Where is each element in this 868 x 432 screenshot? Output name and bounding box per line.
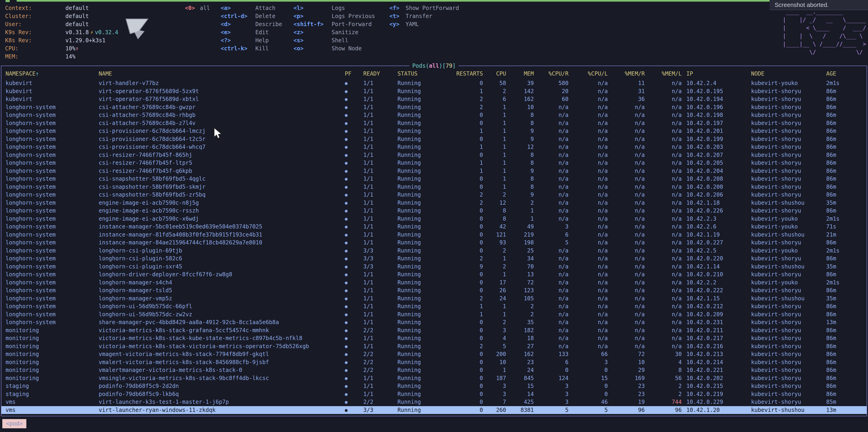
cell-restarts: 2 (450, 199, 483, 207)
cell-mem: 14 (506, 390, 534, 398)
cell-ip: 10.42.0.202 (682, 374, 751, 382)
cell-ready: 1/1 (363, 239, 398, 247)
menu-item-label: YAML (406, 21, 419, 28)
table-row[interactable]: longhorn-systemcsi-attacher-57689cc84b-g… (1, 103, 867, 111)
cell-status: Running (398, 342, 450, 351)
table-row[interactable]: longhorn-systemcsi-resizer-7466f7b45f-lt… (1, 159, 867, 167)
column-header-mem-l[interactable]: %MEM/L (645, 70, 682, 78)
table-row[interactable]: stagingpodinfo-79db68f5c9-lkb6q●1/1Runni… (1, 390, 867, 398)
table-row[interactable]: longhorn-systemlonghorn-ui-56d9b575dc-66… (1, 302, 867, 310)
table-row[interactable]: stagingpodinfo-79db68f5c9-2d2dn●1/1Runni… (1, 382, 867, 390)
table-row[interactable]: longhorn-systemcsi-snapshotter-58bf69fbd… (1, 191, 867, 199)
table-row[interactable]: longhorn-systemlonghorn-csi-plugin-69tjb… (1, 247, 867, 255)
cell-cpu-r: 3 (534, 398, 568, 406)
table-row[interactable]: longhorn-systemcsi-provisioner-6c78dcb66… (1, 143, 867, 151)
table-row[interactable]: longhorn-systemcsi-resizer-7466f7b45f-q6… (1, 167, 867, 175)
table-row[interactable]: longhorn-systemcsi-provisioner-6c78dcb66… (1, 135, 867, 143)
column-header-cpu-l[interactable]: %CPU/L (568, 70, 608, 78)
table-row[interactable]: monitoringvmalert-victoria-metrics-k8s-s… (1, 358, 867, 366)
table-row[interactable]: longhorn-systemlonghorn-manager-tsld5●1/… (1, 287, 867, 295)
table-row[interactable]: monitoringvmagent-victoria-metrics-k8s-s… (1, 350, 867, 358)
column-header-mem-r[interactable]: %MEM/R (608, 70, 645, 78)
table-row[interactable]: longhorn-systemlonghorn-csi-plugin-582c6… (1, 255, 867, 263)
info-row: K9s Rev:v0.31.8⚡v0.32.4 (5, 28, 118, 36)
cell-node: kubevirt-shoryu (751, 398, 826, 406)
cell-namespace: monitoring (5, 350, 99, 358)
cell-mem: 15 (506, 382, 534, 390)
table-row[interactable]: longhorn-systeminstance-manager-84ae2159… (1, 239, 867, 247)
cell-node: kubevirt-shoryu (751, 382, 826, 390)
cell-age: 86m (826, 302, 867, 310)
cell-mem-l: n/a (645, 191, 682, 199)
menu-hotkey: <a> (221, 4, 255, 12)
table-row[interactable]: vmsvirt-launcher-ryan-windows-11-zkdqk●3… (1, 406, 867, 414)
cell-status: Running (398, 223, 450, 231)
cell-ip: 10.42.1.18 (682, 199, 751, 207)
column-header-restarts[interactable]: RESTARTS (450, 70, 483, 78)
table-row[interactable]: longhorn-systemlonghorn-manager-vmp5z●1/… (1, 295, 867, 303)
cell-name: vmalertmanager-victoria-metrics-k8s-stac… (99, 366, 345, 374)
column-header-name[interactable]: NAME (99, 70, 345, 78)
column-header-pf-indicator[interactable]: PF (345, 70, 363, 78)
top-edge-marker (5, 0, 10, 2)
table-row[interactable]: longhorn-systemcsi-attacher-57689cc84b-z… (1, 119, 867, 127)
table-row[interactable]: kubevirtvirt-handler-v77bz●1/1Running058… (1, 79, 867, 87)
toast-message: Screenshot aborted. (775, 1, 829, 8)
cell-name: victoria-metrics-k8s-stack-grafana-5ccf5… (99, 326, 345, 334)
table-row[interactable]: longhorn-systemlonghorn-csi-plugin-sxr45… (1, 263, 867, 271)
table-row[interactable]: monitoringvmsingle-victoria-metrics-k8s-… (1, 374, 867, 382)
table-row[interactable]: kubevirtvirt-operator-6776f5689d-5zx9t●1… (1, 87, 867, 95)
top-accent-line (17, 0, 770, 2)
table-row[interactable]: monitoringvmalertmanager-victoria-metric… (1, 366, 867, 374)
cell-mem-l: n/a (645, 287, 682, 295)
table-row[interactable]: longhorn-systemcsi-snapshotter-58bf69fbd… (1, 183, 867, 191)
column-header-status[interactable]: STATUS (398, 70, 450, 78)
column-header-ip[interactable]: IP (682, 70, 751, 78)
table-row[interactable]: longhorn-systemlonghorn-ui-56d9b575dc-zw… (1, 310, 867, 319)
table-row[interactable]: longhorn-systemcsi-resizer-7466f7b45f-86… (1, 151, 867, 159)
table-row[interactable]: kubevirtvirt-operator-6776f5689d-xbtxl●1… (1, 95, 867, 103)
table-row[interactable]: longhorn-systemlonghorn-manager-s4ch4●1/… (1, 278, 867, 287)
column-header-age[interactable]: AGE (826, 70, 867, 78)
column-header-cpu[interactable]: CPU (483, 70, 506, 78)
cell-node: kubevirt-shoryu (751, 239, 826, 247)
table-row[interactable]: monitoringvictoria-metrics-k8s-stack-gra… (1, 326, 867, 334)
column-header-ready[interactable]: READY (363, 70, 398, 78)
cell-ip: 10.42.0.211 (682, 326, 751, 334)
cell-status: Running (398, 167, 450, 175)
cell-cpu-l: n/a (568, 302, 608, 310)
column-header-mem[interactable]: MEM (506, 70, 534, 78)
cell-ready: 1/1 (363, 79, 398, 87)
table-row[interactable]: longhorn-systemlonghorn-driver-deployer-… (1, 270, 867, 278)
column-header-cpu-r[interactable]: %CPU/R (534, 70, 568, 78)
menu-item-label: Show PortForward (406, 5, 459, 11)
cell-mem-r: n/a (608, 247, 645, 255)
table-row[interactable]: vmsvirt-launcher-k3s-test-1-master-1-j6p… (1, 398, 867, 406)
table-row[interactable]: longhorn-systeminstance-manager-5bc01eeb… (1, 223, 867, 231)
cell-pf-indicator: ● (345, 191, 363, 199)
table-row[interactable]: longhorn-systemcsi-provisioner-6c78dcb66… (1, 127, 867, 135)
column-header-node[interactable]: NODE (751, 70, 826, 78)
table-row[interactable]: longhorn-systemengine-image-ei-acb7590c-… (1, 207, 867, 215)
mouse-cursor (214, 128, 222, 139)
table-row[interactable]: monitoringvictoria-metrics-k8s-stack-vic… (1, 342, 867, 351)
cell-age: 86m (826, 207, 867, 215)
cell-mem-r: n/a (608, 318, 645, 326)
cell-name: share-manager-pvc-4bbd8429-aa8a-4912-92c… (99, 318, 345, 326)
cell-pf-indicator: ● (345, 366, 363, 374)
table-row[interactable]: monitoringvictoria-metrics-k8s-stack-kub… (1, 334, 867, 342)
table-row[interactable]: longhorn-systemengine-image-ei-acb7590c-… (1, 199, 867, 207)
cell-status: Running (398, 119, 450, 127)
cell-ready: 1/1 (363, 175, 398, 183)
cell-ready: 3/3 (363, 255, 398, 263)
cell-restarts: 2 (450, 295, 483, 303)
table-row[interactable]: longhorn-systemshare-manager-pvc-4bbd842… (1, 318, 867, 326)
table-row[interactable]: longhorn-systemcsi-attacher-57689cc84b-r… (1, 111, 867, 119)
column-header-namespace[interactable]: NAMESPACE↑ (5, 70, 99, 78)
cell-mem-l: n/a (645, 215, 682, 223)
table-row[interactable]: longhorn-systeminstance-manager-81fd5a40… (1, 231, 867, 239)
table-row[interactable]: longhorn-systemcsi-snapshotter-58bf69fbd… (1, 175, 867, 183)
cell-name: longhorn-manager-vmp5z (99, 295, 345, 303)
table-row[interactable]: longhorn-systemengine-image-ei-acb7590c-… (1, 215, 867, 223)
cell-restarts: 0 (450, 119, 483, 127)
